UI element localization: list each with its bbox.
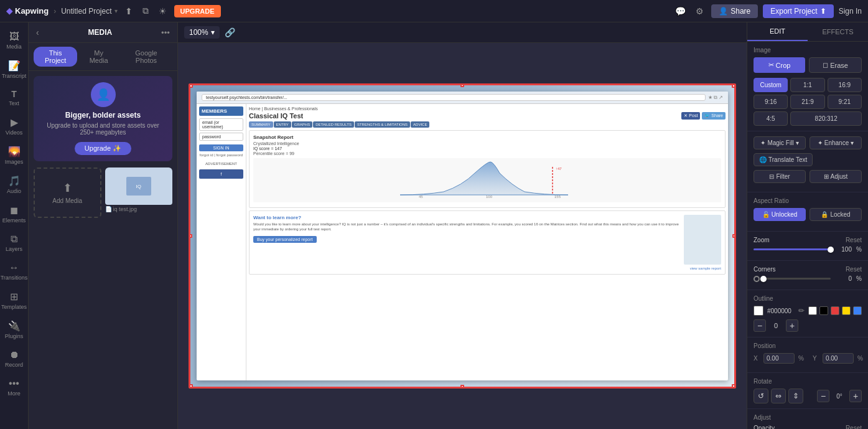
- media-thumbnail[interactable]: IQ 📄 iq test.jpg: [105, 167, 173, 218]
- upload-icon-btn[interactable]: ⬆: [123, 4, 135, 19]
- magic-fill-button[interactable]: ✦ Magic Fill ▾: [754, 136, 806, 149]
- ratio-9-16[interactable]: 9:16: [754, 95, 788, 109]
- outline-edit-icon[interactable]: ✏: [798, 306, 805, 315]
- ratio-16-9[interactable]: 16:9: [828, 78, 862, 92]
- sidebar-item-more[interactable]: ••• More: [2, 374, 27, 400]
- erase-icon: ◻: [823, 61, 828, 69]
- opacity-label: Opacity: [754, 425, 778, 429]
- handle-bottom-left[interactable]: [189, 384, 193, 389]
- corners-slider-track[interactable]: [763, 278, 831, 280]
- color-preset-white[interactable]: [808, 306, 817, 315]
- sidebar-item-media[interactable]: 🖼 Media: [2, 27, 27, 54]
- unlock-icon: 🔓: [762, 211, 770, 218]
- project-name[interactable]: Untitled Project ▾: [61, 7, 117, 16]
- tab-effects[interactable]: EFFECTS: [808, 22, 868, 41]
- upgrade-button[interactable]: UPGRADE: [174, 5, 221, 17]
- x-value-input[interactable]: [763, 353, 795, 364]
- plugins-icon: 🔌: [8, 320, 21, 332]
- add-media-button[interactable]: ⬆ Add Media: [34, 167, 101, 218]
- ratio-9-21[interactable]: 9:21: [828, 95, 862, 109]
- color-preset-yellow[interactable]: [842, 306, 851, 315]
- share-button[interactable]: 👤 Share: [711, 4, 758, 18]
- logo-text: Kapwing: [15, 6, 49, 16]
- chat-icon-btn[interactable]: 💬: [673, 4, 688, 19]
- sidebar-item-layers[interactable]: ⧉ Layers: [2, 230, 27, 256]
- enhance-button[interactable]: ✦ Enhance ▾: [810, 136, 862, 149]
- ratio-4-5[interactable]: 4:5: [754, 111, 788, 126]
- tab-google-photos[interactable]: Google Photos: [120, 47, 172, 67]
- duplicate-icon-btn[interactable]: ⧉: [140, 3, 151, 19]
- ratio-820-312[interactable]: 820:312: [790, 111, 862, 126]
- unlocked-button[interactable]: 🔓 Unlocked: [754, 208, 806, 221]
- locked-button[interactable]: 🔒 Locked: [810, 208, 862, 221]
- tab-this-project[interactable]: This Project: [34, 47, 77, 67]
- sidebar-item-record[interactable]: ⏺ Record: [2, 346, 27, 372]
- sidebar-item-transcript[interactable]: 📝 Transcript: [2, 56, 27, 83]
- adjust-button[interactable]: ⊞ Adjust: [810, 170, 862, 183]
- translate-text-label: Translate Text: [768, 156, 807, 163]
- outline-increase-button[interactable]: +: [786, 319, 798, 332]
- color-preset-blue[interactable]: [853, 306, 862, 315]
- sidebar-item-audio[interactable]: 🎵 Audio: [2, 171, 27, 198]
- rotate-dec-button[interactable]: −: [817, 390, 829, 402]
- crop-button[interactable]: ✂ Crop: [754, 57, 805, 73]
- rotate-ccw-button[interactable]: ↺: [754, 389, 768, 403]
- flip-h-button[interactable]: ⇔: [771, 389, 786, 403]
- rotate-inc-button[interactable]: +: [849, 390, 862, 402]
- sidebar-item-templates[interactable]: ⊞ Templates: [2, 287, 27, 314]
- ratio-21-9[interactable]: 21:9: [790, 95, 824, 109]
- tab-my-media[interactable]: My Media: [80, 47, 118, 67]
- title-row: Classical IQ Test ✕ Post 🐦 Share: [249, 112, 726, 120]
- handle-mid-right[interactable]: [732, 234, 736, 238]
- flip-v-button[interactable]: ⇕: [788, 389, 803, 403]
- canvas-frame[interactable]: testyourself.psychtests.com/bin/transfer…: [189, 83, 736, 389]
- outline-size-row: − 0 +: [754, 319, 862, 332]
- tab-edit[interactable]: EDIT: [747, 22, 808, 41]
- signin-button[interactable]: Sign In: [839, 7, 862, 16]
- handle-bottom-right[interactable]: [732, 384, 736, 389]
- theme-icon-btn[interactable]: ☀: [156, 4, 169, 19]
- y-value-input[interactable]: [823, 353, 854, 364]
- canvas-wrapper[interactable]: testyourself.psychtests.com/bin/transfer…: [178, 43, 747, 429]
- media-more-button[interactable]: •••: [161, 28, 170, 37]
- sidebar-item-elements[interactable]: ◼ Elements: [2, 200, 27, 227]
- ratio-custom[interactable]: Custom: [754, 78, 788, 92]
- zoom-slider-track[interactable]: [754, 248, 831, 250]
- corners-slider-thumb[interactable]: [760, 276, 767, 282]
- ratio-1-1[interactable]: 1:1: [790, 78, 824, 92]
- sidebar-item-media-label: Media: [6, 44, 22, 50]
- handle-top-right[interactable]: [732, 83, 736, 88]
- corners-reset-button[interactable]: Reset: [846, 266, 862, 273]
- lock-button[interactable]: 🔗: [225, 27, 235, 37]
- color-preset-black[interactable]: [819, 306, 828, 315]
- zoom-control[interactable]: 100% ▾: [184, 26, 220, 39]
- sidebar-item-text[interactable]: T Text: [2, 85, 27, 110]
- magic-fill-icon: ✦: [760, 139, 765, 146]
- zoom-slider-thumb[interactable]: [828, 247, 834, 253]
- enhance-icon: ✦: [818, 139, 823, 146]
- sidebar-item-images[interactable]: 🌄 Images: [2, 142, 27, 169]
- corners-icon: [754, 276, 760, 282]
- settings-icon-btn[interactable]: ⚙: [693, 4, 706, 19]
- sidebar-item-transitions-label: Transitions: [1, 275, 28, 281]
- upgrade-sm-button[interactable]: Upgrade ✨: [75, 142, 131, 155]
- handle-top-mid[interactable]: [460, 83, 464, 87]
- more-icon: •••: [9, 378, 19, 389]
- handle-mid-left[interactable]: [189, 234, 192, 238]
- translate-text-button[interactable]: 🌐 Translate Text: [754, 153, 813, 166]
- zoom-reset-button[interactable]: Reset: [846, 237, 862, 243]
- color-preset-red[interactable]: [831, 306, 839, 315]
- opacity-reset-button[interactable]: Reset: [846, 425, 862, 429]
- sidebar-item-videos[interactable]: ▶ Videos: [2, 113, 27, 139]
- erase-button[interactable]: ◻ Erase: [809, 57, 862, 73]
- handle-top-left[interactable]: [189, 83, 193, 88]
- sidebar-item-transitions[interactable]: ↔ Transitions: [2, 258, 27, 285]
- filter-button[interactable]: ⊟ Filter: [754, 170, 806, 183]
- page-main-title: Classical IQ Test: [249, 112, 303, 120]
- outline-color-swatch[interactable]: [754, 306, 763, 316]
- sidebar-item-plugins[interactable]: 🔌 Plugins: [2, 316, 27, 343]
- webpage-right-panel: Home | Businesses & Professionals Classi…: [246, 104, 728, 380]
- export-button[interactable]: Export Project ⬆: [763, 4, 833, 18]
- outline-decrease-button[interactable]: −: [754, 319, 766, 332]
- handle-bottom-mid[interactable]: [460, 385, 464, 389]
